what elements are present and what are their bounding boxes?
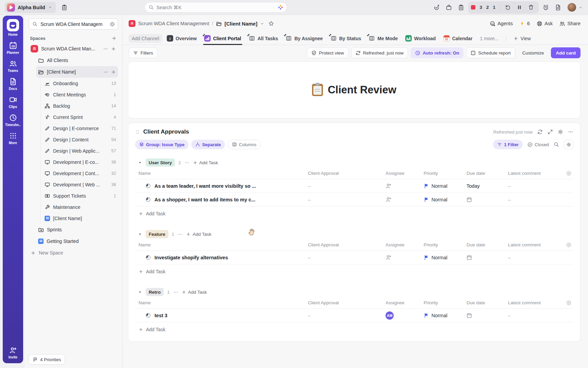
- filter-count-pill[interactable]: 1 Filter: [493, 140, 523, 149]
- add-icon[interactable]: [111, 46, 116, 51]
- assignee-add-icon[interactable]: [386, 255, 391, 260]
- space-red-icon[interactable]: [129, 20, 135, 27]
- more-dots-icon[interactable]: [173, 290, 178, 295]
- clipboard-button[interactable]: [59, 2, 69, 13]
- ai-spark-icon[interactable]: [278, 4, 283, 10]
- add-task-button[interactable]: Add Task: [193, 160, 218, 165]
- chevron-down-icon[interactable]: [260, 21, 264, 26]
- schedule-report-button[interactable]: Schedule report: [466, 47, 515, 58]
- trash-button[interactable]: [526, 2, 536, 13]
- sidebar-search[interactable]: [29, 18, 118, 30]
- more-dots-icon[interactable]: [568, 129, 573, 135]
- add-task-row[interactable]: Add Task: [135, 264, 573, 279]
- tab-add-channel[interactable]: Add Channel: [129, 34, 162, 43]
- add-space-icon[interactable]: [112, 36, 117, 41]
- filters-button[interactable]: Filters: [129, 47, 158, 58]
- separate-pill[interactable]: Separate: [191, 140, 225, 149]
- tab-overview[interactable]: i Overview: [164, 32, 200, 45]
- rail-item-docs[interactable]: Docs: [3, 78, 23, 91]
- briefcase-button[interactable]: [444, 2, 454, 13]
- status-donut-icon[interactable]: [145, 197, 151, 202]
- collapse-chevron-icon[interactable]: [138, 290, 142, 294]
- add-column-icon[interactable]: [566, 171, 571, 176]
- add-icon[interactable]: [111, 70, 116, 75]
- add-task-row[interactable]: Add Task: [135, 322, 573, 337]
- record-indicator[interactable]: [471, 5, 475, 10]
- due-date-calendar-icon[interactable]: [467, 313, 472, 318]
- refreshed-button[interactable]: Refreshed: just now: [351, 47, 408, 58]
- new-space-button[interactable]: New Space: [29, 247, 118, 259]
- rail-item-clips[interactable]: Clips: [3, 96, 23, 109]
- assignee-add-icon[interactable]: [386, 183, 391, 189]
- sidebar-item-space[interactable]: Scrum WDA Client Man...: [29, 43, 118, 55]
- sidebar-item-client-name-folder[interactable]: [Client Name]: [36, 66, 118, 78]
- reminder-button[interactable]: [541, 2, 551, 13]
- counter-1[interactable]: 3: [478, 5, 484, 10]
- sidebar-item-dev-content[interactable]: Development | Cont...32: [43, 168, 118, 179]
- breadcrumb-space[interactable]: Scrum WDA Client Management: [138, 21, 209, 26]
- status-donut-icon[interactable]: [145, 255, 151, 260]
- auto-refresh-toggle[interactable]: Auto refresh: On: [411, 47, 463, 58]
- due-date-calendar-icon[interactable]: [467, 197, 472, 202]
- ask-button[interactable]: Ask: [537, 21, 553, 27]
- doc-button[interactable]: [553, 2, 563, 13]
- tab-client-portal[interactable]: Client Portal: [201, 32, 244, 45]
- table-settings-button[interactable]: [564, 140, 573, 149]
- user-avatar[interactable]: [567, 3, 576, 12]
- sidebar-item-design-content[interactable]: Design | Content54: [43, 134, 118, 145]
- tab-all-tasks[interactable]: All Tasks: [246, 32, 281, 45]
- table-row[interactable]: As a shopper, I want to add items to my …: [135, 193, 573, 206]
- columns-pill[interactable]: Columns: [228, 140, 261, 149]
- sidebar-item-all-clients[interactable]: All Clients: [36, 55, 118, 66]
- rail-item-more[interactable]: More: [3, 132, 23, 145]
- more-dots-icon[interactable]: [103, 70, 108, 75]
- tab-me-mode[interactable]: Me Mode: [365, 32, 401, 45]
- sidebar-item-design-ecommerce[interactable]: Design | E-commerce71: [43, 123, 118, 134]
- counter-3[interactable]: 1: [491, 5, 497, 10]
- due-date-calendar-icon[interactable]: [467, 255, 472, 260]
- more-dots-icon[interactable]: [184, 160, 190, 165]
- protect-view-button[interactable]: Protect view: [307, 47, 348, 58]
- add-column-icon[interactable]: [566, 300, 571, 305]
- sidebar-item-support-tickets[interactable]: Support Tickets1: [43, 190, 118, 201]
- search-icon[interactable]: [554, 142, 559, 147]
- ai-credits[interactable]: 6: [520, 21, 530, 26]
- sidebar-item-current-sprint[interactable]: Current Sprint4: [43, 111, 118, 123]
- expand-icon[interactable]: [548, 129, 553, 135]
- sidebar-item-backlog[interactable]: Backlog14: [43, 100, 118, 111]
- table-row[interactable]: Investigate shopify alternatives – Norma…: [135, 251, 573, 264]
- tabs-overflow[interactable]: 1 more...: [477, 32, 502, 45]
- group-label[interactable]: Retro: [146, 288, 164, 296]
- sidebar-item-dev-web[interactable]: Development | Web ...38: [43, 179, 118, 190]
- share-button[interactable]: Share: [559, 21, 581, 27]
- tab-by-assignee[interactable]: By Assignee: [282, 32, 326, 45]
- notes-button[interactable]: [456, 2, 466, 13]
- sidebar-item-sprints[interactable]: Sprints: [36, 224, 118, 235]
- workspace-switcher[interactable]: Alpha Build: [5, 2, 56, 13]
- add-column-icon[interactable]: [566, 242, 571, 247]
- tab-by-status[interactable]: By Status: [327, 32, 364, 45]
- add-task-button[interactable]: Add Task: [182, 290, 207, 295]
- rail-item-home[interactable]: Home: [3, 19, 23, 36]
- add-task-button[interactable]: Add Task: [186, 232, 211, 237]
- rail-item-invite[interactable]: Invite: [3, 347, 23, 359]
- sidebar-item-getting-started[interactable]: Getting Started: [36, 235, 118, 247]
- favorite-star-icon[interactable]: [268, 21, 274, 26]
- more-dots-icon[interactable]: [178, 232, 183, 237]
- rail-item-planner[interactable]: Planner: [3, 42, 23, 55]
- add-task-row[interactable]: Add Task: [135, 206, 573, 221]
- collapse-chevron-icon[interactable]: [138, 232, 142, 236]
- table-row[interactable]: As a team leader, I want more visibilty …: [135, 179, 573, 193]
- closed-toggle[interactable]: Closed: [527, 142, 549, 147]
- sidebar-search-input[interactable]: [40, 21, 107, 27]
- add-card-button[interactable]: Add card: [551, 47, 581, 58]
- table-row[interactable]: test 3 – AM Normal –: [135, 309, 573, 322]
- gear-icon[interactable]: [558, 129, 563, 135]
- counter-2[interactable]: 2: [485, 5, 490, 10]
- sidebar-item-client-name-doc[interactable]: [Client Name]: [43, 213, 118, 224]
- assignee-avatar[interactable]: AM: [386, 311, 394, 320]
- status-donut-icon[interactable]: [145, 183, 151, 189]
- clear-search-icon[interactable]: [110, 21, 115, 27]
- drag-handle-icon[interactable]: [135, 129, 140, 135]
- pause-button[interactable]: [514, 2, 524, 13]
